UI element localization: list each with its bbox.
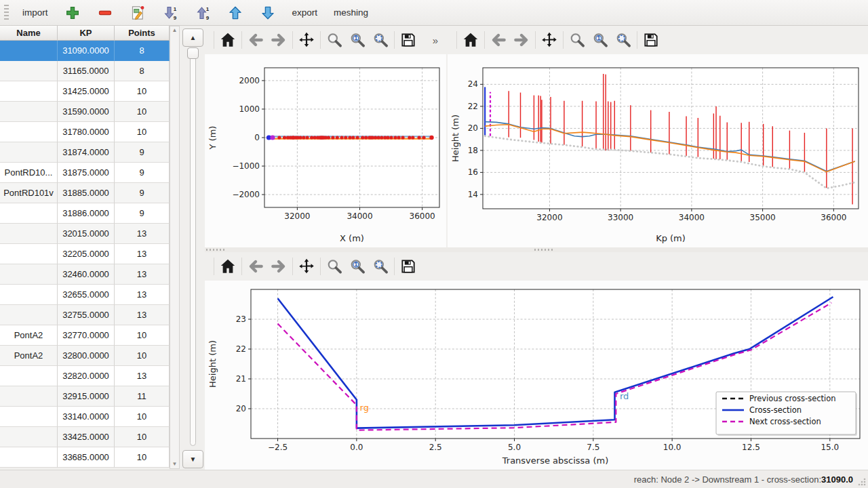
row-slider-up-button[interactable]: ▲ (182, 28, 203, 47)
cross-section-figure[interactable]: rgrd−2.50.02.55.07.510.012.515.020212223… (205, 281, 868, 470)
scroll-down-icon[interactable]: ▼ (172, 460, 178, 468)
table-cell[interactable]: 13 (115, 305, 170, 325)
home-button[interactable] (459, 28, 482, 52)
back-button[interactable] (487, 28, 510, 52)
table-row[interactable]: PontRD10...31875.00009 (0, 163, 170, 183)
table-cell[interactable]: 32015.0000 (58, 224, 115, 244)
table-cell[interactable]: 13 (115, 264, 170, 285)
cross-section-table[interactable]: NameKPPoints31090.0000831165.0000831425.… (0, 26, 170, 468)
save-button[interactable] (397, 255, 420, 278)
table-cell[interactable]: 10 (115, 346, 170, 366)
table-cell[interactable]: 31090.0000 (58, 41, 115, 61)
table-cell[interactable]: 8 (115, 41, 170, 61)
plan-view-plot[interactable]: 320003400036000−2000−1000010002000X (m)Y… (205, 54, 446, 247)
table-row[interactable]: 31165.00008 (0, 61, 170, 81)
table-cell[interactable]: 31875.0000 (58, 163, 115, 183)
table-cell[interactable]: 33425.0000 (58, 427, 115, 447)
back-button[interactable] (244, 28, 267, 52)
add-cross-section-button[interactable] (60, 3, 85, 23)
table-cell[interactable] (0, 366, 58, 386)
table-cell[interactable]: 31780.0000 (58, 122, 115, 142)
table-row[interactable]: 31886.00009 (0, 203, 170, 224)
sort-descending-button[interactable]: 19 (158, 3, 182, 23)
table-cell[interactable]: 31425.0000 (58, 81, 115, 102)
forward-button[interactable] (267, 28, 290, 52)
table-cell[interactable] (0, 244, 58, 264)
move-up-button[interactable] (223, 3, 248, 23)
zoom-one-button[interactable]: 1 (346, 28, 369, 52)
table-row[interactable]: 31425.000010 (0, 81, 170, 102)
forward-button[interactable] (267, 255, 290, 278)
longitudinal-profile-plot[interactable]: 3200033000340003500036000141618202224Kp … (448, 54, 868, 247)
save-button[interactable] (639, 28, 663, 52)
table-cell[interactable] (0, 447, 58, 468)
table-cell[interactable] (0, 386, 58, 407)
table-cell[interactable]: 13 (115, 285, 170, 305)
table-row[interactable]: 31090.00008 (0, 41, 170, 61)
table-cell[interactable]: 10 (115, 122, 170, 142)
table-cell[interactable] (0, 305, 58, 325)
splitter-handle[interactable] (206, 249, 226, 251)
table-row[interactable]: 32820.000013 (0, 366, 170, 386)
table-row[interactable]: 32655.000013 (0, 285, 170, 305)
table-cell[interactable]: 13 (115, 244, 170, 264)
toolbar-grip[interactable] (4, 5, 9, 21)
table-cell[interactable]: 13 (115, 366, 170, 386)
row-slider-thumb[interactable] (187, 47, 199, 59)
table-cell[interactable]: 32655.0000 (58, 285, 115, 305)
table-cell[interactable]: 10 (115, 407, 170, 427)
table-cell[interactable]: 32770.0000 (58, 325, 115, 346)
table-row[interactable]: 33425.000010 (0, 427, 170, 447)
zoom-fit-button[interactable] (369, 28, 392, 52)
column-header-kp[interactable]: KP (58, 26, 115, 41)
import-button[interactable]: import (14, 3, 56, 22)
table-cell[interactable]: 9 (115, 183, 170, 203)
pan-button[interactable] (295, 255, 318, 278)
table-cell[interactable]: 32460.0000 (58, 264, 115, 285)
table-cell[interactable]: 31874.0000 (58, 142, 115, 163)
home-button[interactable] (216, 255, 239, 278)
zoom-button[interactable] (323, 255, 346, 278)
column-header-name[interactable]: Name (0, 26, 58, 41)
row-slider-track[interactable] (190, 52, 196, 446)
remove-cross-section-button[interactable] (93, 3, 117, 23)
meshing-button[interactable]: meshing (326, 3, 376, 22)
table-cell[interactable] (0, 407, 58, 427)
row-slider-down-button[interactable]: ▼ (182, 450, 203, 468)
table-cell[interactable]: 9 (115, 163, 170, 183)
table-cell[interactable] (0, 427, 58, 447)
table-cell[interactable] (0, 41, 58, 61)
zoom-fit-button[interactable] (612, 28, 635, 52)
table-cell[interactable] (0, 122, 58, 142)
table-cell[interactable]: 33685.0000 (58, 447, 115, 468)
table-row[interactable]: 33140.000010 (0, 407, 170, 427)
table-row[interactable]: PontA232770.000010 (0, 325, 170, 346)
table-row[interactable]: 32755.000013 (0, 305, 170, 325)
home-button[interactable] (216, 28, 239, 52)
table-cell[interactable]: 10 (115, 102, 170, 122)
table-cell[interactable] (0, 203, 58, 224)
zoom-button[interactable] (566, 28, 589, 52)
export-button[interactable]: export (284, 3, 326, 22)
table-scrollbar[interactable]: ▲ ▼ (170, 26, 180, 469)
zoom-fit-button[interactable] (369, 255, 392, 278)
table-cell[interactable]: 10 (115, 447, 170, 468)
zoom-button[interactable] (323, 28, 346, 52)
toolbar-overflow-button[interactable]: » (429, 33, 442, 47)
back-button[interactable] (244, 255, 267, 278)
resize-grip[interactable] (857, 477, 867, 487)
table-cell[interactable]: 32205.0000 (58, 244, 115, 264)
table-cell[interactable]: 10 (115, 325, 170, 346)
table-cell[interactable]: PontRD10... (0, 163, 58, 183)
table-row[interactable]: 31780.000010 (0, 122, 170, 142)
zoom-one-button[interactable]: 1 (346, 255, 369, 278)
table-row[interactable]: 32915.000011 (0, 386, 170, 407)
cross-section-plot[interactable]: rgrd−2.50.02.55.07.510.012.515.020212223… (205, 281, 868, 470)
table-cell[interactable]: 10 (115, 81, 170, 102)
table-cell[interactable]: 9 (115, 142, 170, 163)
table-cell[interactable]: 32820.0000 (58, 366, 115, 386)
table-row[interactable]: 31874.00009 (0, 142, 170, 163)
plan-view-figure[interactable]: 320003400036000−2000−1000010002000X (m)Y… (205, 54, 446, 247)
table-row[interactable]: 32205.000013 (0, 244, 170, 264)
table-cell[interactable]: PontA2 (0, 346, 58, 366)
